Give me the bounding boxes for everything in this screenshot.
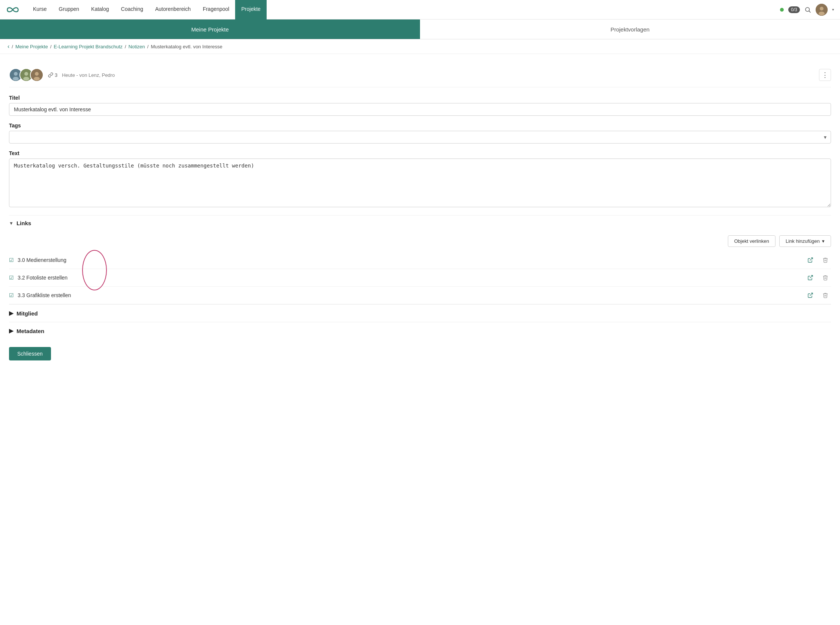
metadaten-section-header[interactable]: ▶ Metadaten xyxy=(9,322,831,339)
link-label-3: 3.3 Grafikliste erstellen xyxy=(18,292,801,298)
footer: Schliessen xyxy=(0,339,840,372)
metadaten-section-title: Metadaten xyxy=(17,328,44,334)
links-section-header[interactable]: ▼ Links xyxy=(9,215,831,231)
breadcrumb-separator-1: / xyxy=(50,44,52,50)
external-link-button-3[interactable] xyxy=(805,290,816,301)
tags-select-wrapper xyxy=(9,131,831,143)
svg-point-13 xyxy=(34,77,40,81)
svg-point-10 xyxy=(23,77,29,81)
breadcrumb-item-0[interactable]: Meine Projekte xyxy=(16,44,48,50)
nav-katalog[interactable]: Katalog xyxy=(85,0,115,20)
link-hinzufuegen-button[interactable]: Link hinzufügen ▾ xyxy=(779,235,831,247)
svg-line-14 xyxy=(810,258,813,260)
tags-field: Tags xyxy=(9,123,831,143)
close-button[interactable]: Schliessen xyxy=(9,347,51,361)
links-list: ☑ 3.0 Medienerstellung xyxy=(9,252,831,304)
link-label-2: 3.2 Fotoliste erstellen xyxy=(18,275,801,281)
tags-select[interactable] xyxy=(9,131,831,143)
link-item-3: ☑ 3.3 Grafikliste erstellen xyxy=(9,287,831,304)
breadcrumb-item-1[interactable]: E-Learning Projekt Brandschutz xyxy=(54,44,123,50)
external-link-button-1[interactable] xyxy=(805,254,816,266)
link-hinzufuegen-label: Link hinzufügen xyxy=(785,238,820,244)
breadcrumb-current: Musterkatalog evtl. von Interesse xyxy=(151,44,222,50)
delete-button-2[interactable] xyxy=(820,272,831,283)
tags-label: Tags xyxy=(9,123,831,129)
nav-projekte[interactable]: Projekte xyxy=(235,0,266,20)
breadcrumb: ‹ / Meine Projekte / E-Learning Projekt … xyxy=(0,39,840,54)
checkbox-icon-1: ☑ xyxy=(9,257,14,263)
link-item-2: ☑ 3.2 Fotoliste erstellen xyxy=(9,269,831,287)
top-navigation: Kurse Gruppen Katalog Coaching Autorenbe… xyxy=(0,0,840,20)
breadcrumb-separator-2: / xyxy=(125,44,126,50)
title-label: Titel xyxy=(9,95,831,101)
link-count-value: 3 xyxy=(55,72,58,78)
text-label: Text xyxy=(9,150,831,156)
title-input[interactable] xyxy=(9,103,831,116)
app-logo[interactable] xyxy=(6,3,20,17)
breadcrumb-separator-3: / xyxy=(147,44,149,50)
nav-autorenbereich[interactable]: Autorenbereich xyxy=(149,0,197,20)
note-avatars xyxy=(9,68,44,82)
tab-bar: Meine Projekte Projektvorlagen xyxy=(0,20,840,39)
svg-point-0 xyxy=(806,8,810,12)
link-count: 3 xyxy=(48,72,58,78)
nav-kurse[interactable]: Kurse xyxy=(27,0,53,20)
mitglied-toggle-icon: ▶ xyxy=(9,310,14,317)
svg-point-3 xyxy=(820,7,823,11)
link-label-1: 3.0 Medienerstellung xyxy=(18,257,801,263)
status-indicator xyxy=(780,8,784,12)
breadcrumb-separator-0: / xyxy=(12,44,13,50)
nav-coaching[interactable]: Coaching xyxy=(115,0,149,20)
mitglied-section-header[interactable]: ▶ Mitglied xyxy=(9,304,831,322)
external-link-button-2[interactable] xyxy=(805,272,816,283)
title-field: Titel xyxy=(9,95,831,116)
link-item-1: ☑ 3.0 Medienerstellung xyxy=(9,252,831,269)
svg-point-12 xyxy=(35,72,39,76)
breadcrumb-item-2[interactable]: Notizen xyxy=(128,44,145,50)
note-header: 3 Heute - von Lenz, Pedro ⋮ xyxy=(9,63,831,87)
user-menu-chevron[interactable]: ▾ xyxy=(832,8,834,12)
checkbox-icon-3: ☑ xyxy=(9,292,14,298)
breadcrumb-back[interactable]: ‹ xyxy=(8,43,9,50)
checkbox-icon-2: ☑ xyxy=(9,275,14,281)
counter-badge: 0/3 xyxy=(788,6,800,13)
mitglied-section-title: Mitglied xyxy=(17,310,38,317)
nav-fragenpool[interactable]: Fragenpool xyxy=(197,0,235,20)
objekt-verlinken-button[interactable]: Objekt verlinken xyxy=(728,235,776,247)
main-content: 3 Heute - von Lenz, Pedro ⋮ Titel Tags T… xyxy=(0,54,840,339)
svg-point-6 xyxy=(14,72,18,76)
nav-gruppen[interactable]: Gruppen xyxy=(53,0,85,20)
nav-items: Kurse Gruppen Katalog Coaching Autorenbe… xyxy=(27,0,780,20)
svg-point-7 xyxy=(13,77,19,81)
text-field: Text Musterkatalog versch. Gestaltungsst… xyxy=(9,150,831,208)
metadaten-toggle-icon: ▶ xyxy=(9,328,14,334)
tab-meine-projekte[interactable]: Meine Projekte xyxy=(0,20,420,39)
links-toolbar: Objekt verlinken Link hinzufügen ▾ xyxy=(9,231,831,252)
tab-projektvorlagen[interactable]: Projektvorlagen xyxy=(420,20,840,39)
svg-line-16 xyxy=(810,293,813,295)
link-dropdown-arrow: ▾ xyxy=(822,238,824,244)
user-avatar[interactable] xyxy=(816,4,828,16)
links-section-title: Links xyxy=(17,220,31,226)
svg-point-9 xyxy=(24,72,28,76)
more-options-button[interactable]: ⋮ xyxy=(819,69,831,81)
links-section: ▼ Links Objekt verlinken Link hinzufügen… xyxy=(9,215,831,304)
avatar-3 xyxy=(30,68,44,82)
delete-button-3[interactable] xyxy=(820,290,831,301)
links-toggle-icon: ▼ xyxy=(9,221,14,226)
topnav-right: 0/3 ▾ xyxy=(780,4,834,16)
text-textarea[interactable]: Musterkatalog versch. Gestaltungsstile (… xyxy=(9,159,831,207)
delete-button-1[interactable] xyxy=(820,254,831,266)
search-icon[interactable] xyxy=(804,6,811,13)
svg-line-1 xyxy=(809,11,810,12)
note-meta: Heute - von Lenz, Pedro xyxy=(62,72,815,78)
svg-point-4 xyxy=(819,12,824,16)
svg-line-15 xyxy=(810,275,813,278)
